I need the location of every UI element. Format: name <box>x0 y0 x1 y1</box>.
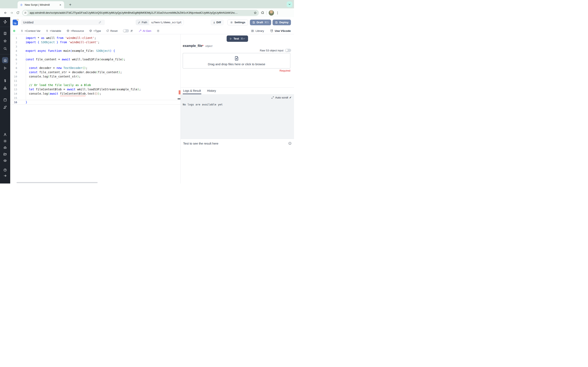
reload-button[interactable] <box>15 10 21 16</box>
script-title: Untitled <box>23 21 34 24</box>
help-icon <box>3 168 7 172</box>
wand-icon <box>139 29 141 32</box>
draft-button[interactable]: Draft ⌘S <box>250 20 271 25</box>
settings-button[interactable]: Settings <box>227 20 248 25</box>
add-context-var-button[interactable]: +Context Var <box>21 29 40 33</box>
code-line[interactable]: 1import * as wmill from 'windmill-client… <box>10 36 181 40</box>
add-resource-button[interactable]: +Resource <box>67 29 84 33</box>
code-line[interactable]: 13 let fileContentBlob = await wmill.loa… <box>10 87 181 92</box>
code-line[interactable]: 16} <box>10 100 181 104</box>
line-number: 5 <box>10 53 17 57</box>
code-line[interactable]: 10 console.log(file_content_str); <box>10 75 181 79</box>
code-line[interactable]: 8 const decoder = new TextDecoder(); <box>10 66 181 70</box>
tab-strip: New Script | Windmill × + <box>0 0 294 8</box>
code-line[interactable]: 3 <box>10 44 181 49</box>
sidebar-item-search[interactable] <box>3 46 8 51</box>
bookmark-star-icon[interactable] <box>254 11 257 15</box>
url-text: app.windmill.dev/scripts/add#JTdCJTIyaGF… <box>30 11 252 14</box>
deploy-button[interactable]: Deploy <box>273 20 291 25</box>
info-icon[interactable] <box>288 142 292 145</box>
profile-avatar[interactable] <box>269 10 274 16</box>
diff-button[interactable]: ± Diff <box>211 20 224 25</box>
path-control[interactable]: Path u/henri/demo_script <box>136 20 184 25</box>
home-icon <box>3 58 7 62</box>
reset-icon <box>106 29 109 32</box>
save-icon <box>275 21 278 24</box>
tab-close-icon[interactable]: × <box>59 3 62 7</box>
building-icon <box>3 32 7 35</box>
path-label-segment[interactable]: Path <box>136 20 149 25</box>
tab-history[interactable]: History <box>207 88 216 94</box>
tab-logs-result[interactable]: Logs & Result <box>183 88 201 94</box>
gear-icon <box>156 29 160 33</box>
sidebar-item-users[interactable] <box>3 132 8 137</box>
browser-toolbar: app.windmill.dev/scripts/add#JTdCJTIyaGF… <box>0 8 294 17</box>
code-line[interactable]: 7 <box>10 62 181 66</box>
code-line[interactable]: 5 <box>10 53 181 57</box>
windmill-logo-icon[interactable] <box>3 19 8 24</box>
url-bar[interactable]: app.windmill.dev/scripts/add#JTdCJTIyaGF… <box>22 10 259 16</box>
sidebar-item-variables[interactable] <box>3 78 8 83</box>
code-line[interactable]: 14 console.log(await fileContentBlob.tex… <box>10 92 181 96</box>
code-line[interactable]: 9 const file_content_str = decoder.decod… <box>10 70 181 75</box>
sidebar-item-runs[interactable] <box>3 66 8 71</box>
sidebar-item-resources[interactable] <box>3 86 8 91</box>
sidebar-item-schedules[interactable] <box>3 98 8 102</box>
sidebar-item-worker-groups[interactable] <box>3 145 8 150</box>
line-number: 14 <box>10 92 17 96</box>
code-line[interactable]: 4export async function main(example_file… <box>10 49 181 53</box>
use-vscode-button[interactable]: Use VScode <box>270 29 291 33</box>
library-button[interactable]: Library <box>251 29 264 33</box>
script-title-input[interactable]: Untitled <box>21 20 105 25</box>
sidebar-item-audit[interactable] <box>3 158 8 163</box>
add-variable-button[interactable]: +Variable <box>46 29 61 33</box>
test-button[interactable]: Test ⌘↵ <box>227 35 248 42</box>
sidebar-item-settings[interactable] <box>3 139 8 143</box>
search-icon <box>3 47 7 50</box>
site-settings-icon[interactable] <box>23 10 28 15</box>
add-type-button[interactable]: +Type <box>89 29 101 33</box>
arg-type: object <box>205 44 213 48</box>
package-icon <box>67 29 69 32</box>
line-number: 3 <box>10 44 17 49</box>
code-line[interactable]: 6const file_content = await wmill.loadS3… <box>10 57 181 62</box>
code-line[interactable]: 15 <box>10 96 181 100</box>
horizontal-scrollbar[interactable] <box>17 182 98 183</box>
code-line[interactable]: 12 // Or load the file lazily as a Blob <box>10 83 181 87</box>
sidebar-item-help[interactable] <box>3 167 8 173</box>
back-button[interactable] <box>2 10 9 16</box>
code-line[interactable]: 11 <box>10 79 181 83</box>
divider <box>0 27 10 27</box>
sidebar-item-favorites[interactable] <box>3 39 8 43</box>
typescript-badge-icon: TS <box>13 20 18 25</box>
forward-button[interactable] <box>9 10 15 16</box>
collab-switch[interactable] <box>123 29 129 33</box>
extensions-icon[interactable] <box>261 11 264 15</box>
test-shortcut: ⌘↵ <box>241 37 245 40</box>
code-editor[interactable]: 1import * as wmill from 'windmill-client… <box>10 34 181 184</box>
file-dropzone[interactable]: Drag and drop files here or click to bro… <box>183 53 290 68</box>
browser-chrome: New Script | Windmill × + app.windmill.d… <box>0 0 294 17</box>
sidebar-item-workspace[interactable] <box>3 31 8 36</box>
raw-s3-toggle[interactable] <box>285 49 291 52</box>
pencil-icon[interactable] <box>99 21 102 24</box>
sidebar-item-workers[interactable] <box>3 105 8 110</box>
sidebar-item-folders[interactable] <box>3 152 8 157</box>
line-number: 12 <box>10 83 17 87</box>
auto-scroll-control[interactable]: Auto scroll ✓ <box>271 96 292 99</box>
sidebar-expand-button[interactable] <box>3 173 8 178</box>
collab-toggle[interactable] <box>123 29 133 33</box>
sidebar-item-home[interactable] <box>2 57 8 63</box>
new-tab-button[interactable]: + <box>67 2 73 8</box>
browser-tab[interactable]: New Script | Windmill × <box>17 1 64 8</box>
folder-icon <box>3 152 7 156</box>
reset-button[interactable]: Reset <box>106 29 117 33</box>
ai-gen-button[interactable]: AI Gen <box>139 29 151 33</box>
editor-settings-button[interactable] <box>156 29 160 33</box>
line-number: 16 <box>10 100 17 104</box>
window-chevron-button[interactable] <box>287 1 292 7</box>
save-icon <box>252 21 255 24</box>
code-line[interactable]: 2import { S3Object } from 'windmill-clie… <box>10 40 181 44</box>
browser-menu-icon[interactable]: ⋮ <box>276 11 279 15</box>
line-number: 11 <box>10 79 17 83</box>
